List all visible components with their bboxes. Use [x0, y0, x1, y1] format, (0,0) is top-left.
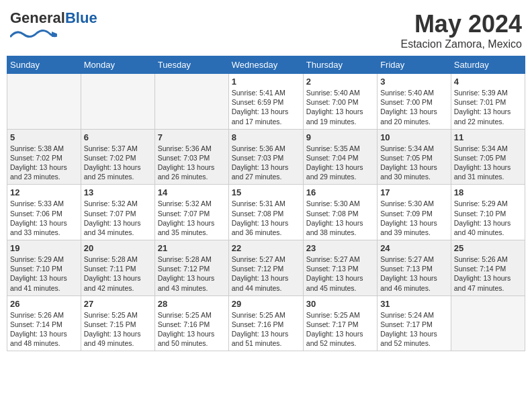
day-info: Sunrise: 5:28 AMSunset: 7:11 PMDaylight:… — [84, 255, 152, 293]
logo: GeneralBlue — [10, 10, 97, 40]
calendar-table: SundayMondayTuesdayWednesdayThursdayFrid… — [7, 56, 525, 351]
day-number: 4 — [454, 77, 522, 87]
day-number: 30 — [306, 299, 374, 309]
calendar-cell: 14Sunrise: 5:32 AMSunset: 7:07 PMDayligh… — [154, 185, 228, 240]
calendar-cell: 25Sunrise: 5:26 AMSunset: 7:14 PMDayligh… — [451, 240, 525, 296]
month-year: May 2024 — [400, 10, 522, 38]
day-info: Sunrise: 5:40 AMSunset: 7:00 PMDaylight:… — [306, 88, 374, 126]
day-number: 3 — [380, 77, 448, 87]
day-of-week-header: Friday — [378, 56, 451, 74]
day-info: Sunrise: 5:37 AMSunset: 7:02 PMDaylight:… — [84, 144, 152, 182]
day-info: Sunrise: 5:30 AMSunset: 7:08 PMDaylight:… — [306, 199, 374, 237]
day-info: Sunrise: 5:27 AMSunset: 7:12 PMDaylight:… — [232, 255, 300, 293]
day-info: Sunrise: 5:26 AMSunset: 7:14 PMDaylight:… — [454, 255, 522, 293]
day-of-week-header: Wednesday — [228, 56, 303, 74]
day-number: 13 — [84, 187, 152, 197]
day-number: 18 — [454, 187, 522, 197]
day-of-week-header: Monday — [81, 56, 154, 74]
day-info: Sunrise: 5:25 AMSunset: 7:16 PMDaylight:… — [158, 310, 226, 349]
calendar-cell: 5Sunrise: 5:38 AMSunset: 7:02 PMDaylight… — [7, 129, 81, 185]
logo-blue: Blue — [65, 9, 97, 26]
calendar-cell: 3Sunrise: 5:40 AMSunset: 7:00 PMDaylight… — [378, 74, 451, 130]
day-info: Sunrise: 5:36 AMSunset: 7:03 PMDaylight:… — [232, 144, 300, 182]
day-number: 20 — [84, 243, 152, 253]
day-info: Sunrise: 5:27 AMSunset: 7:13 PMDaylight:… — [380, 255, 448, 293]
day-number: 25 — [454, 243, 522, 253]
calendar-cell: 15Sunrise: 5:31 AMSunset: 7:08 PMDayligh… — [228, 185, 303, 240]
day-info: Sunrise: 5:32 AMSunset: 7:07 PMDaylight:… — [158, 199, 226, 237]
day-number: 31 — [380, 299, 448, 309]
day-info: Sunrise: 5:39 AMSunset: 7:01 PMDaylight:… — [454, 88, 522, 126]
location: Estacion Zamora, Mexico — [400, 38, 522, 50]
day-info: Sunrise: 5:29 AMSunset: 7:10 PMDaylight:… — [454, 199, 522, 237]
day-number: 12 — [10, 187, 78, 197]
day-number: 8 — [232, 132, 300, 142]
day-number: 15 — [232, 187, 300, 197]
week-row: 19Sunrise: 5:29 AMSunset: 7:10 PMDayligh… — [7, 240, 525, 296]
day-number: 5 — [10, 132, 78, 142]
week-row: 26Sunrise: 5:26 AMSunset: 7:14 PMDayligh… — [7, 295, 525, 351]
calendar-cell: 13Sunrise: 5:32 AMSunset: 7:07 PMDayligh… — [81, 185, 154, 240]
day-info: Sunrise: 5:25 AMSunset: 7:16 PMDaylight:… — [232, 310, 300, 349]
calendar-cell: 22Sunrise: 5:27 AMSunset: 7:12 PMDayligh… — [228, 240, 303, 296]
calendar-cell: 16Sunrise: 5:30 AMSunset: 7:08 PMDayligh… — [303, 185, 377, 240]
calendar-cell: 7Sunrise: 5:36 AMSunset: 7:03 PMDaylight… — [154, 129, 228, 185]
day-number: 26 — [10, 299, 78, 309]
title-block: May 2024 Estacion Zamora, Mexico — [400, 10, 522, 50]
day-of-week-header: Thursday — [303, 56, 377, 74]
day-number: 19 — [10, 243, 78, 253]
day-info: Sunrise: 5:31 AMSunset: 7:08 PMDaylight:… — [232, 199, 300, 237]
day-info: Sunrise: 5:25 AMSunset: 7:15 PMDaylight:… — [84, 310, 152, 349]
day-number: 21 — [158, 243, 226, 253]
day-info: Sunrise: 5:34 AMSunset: 7:05 PMDaylight:… — [380, 144, 448, 182]
calendar-cell: 17Sunrise: 5:30 AMSunset: 7:09 PMDayligh… — [378, 185, 451, 240]
calendar-cell: 4Sunrise: 5:39 AMSunset: 7:01 PMDaylight… — [451, 74, 525, 130]
day-number: 28 — [158, 299, 226, 309]
calendar-cell: 21Sunrise: 5:28 AMSunset: 7:12 PMDayligh… — [154, 240, 228, 296]
calendar-cell: 1Sunrise: 5:41 AMSunset: 6:59 PMDaylight… — [228, 74, 303, 130]
day-info: Sunrise: 5:30 AMSunset: 7:09 PMDaylight:… — [380, 199, 448, 237]
day-of-week-header: Saturday — [451, 56, 525, 74]
day-number: 29 — [232, 299, 300, 309]
logo-general: General — [10, 9, 65, 26]
calendar-cell: 10Sunrise: 5:34 AMSunset: 7:05 PMDayligh… — [378, 129, 451, 185]
day-number: 16 — [306, 187, 374, 197]
calendar-cell: 24Sunrise: 5:27 AMSunset: 7:13 PMDayligh… — [378, 240, 451, 296]
day-of-week-header: Sunday — [7, 56, 81, 74]
day-number: 17 — [380, 187, 448, 197]
day-of-week-header: Tuesday — [154, 56, 228, 74]
day-info: Sunrise: 5:35 AMSunset: 7:04 PMDaylight:… — [306, 144, 374, 182]
calendar-cell: 12Sunrise: 5:33 AMSunset: 7:06 PMDayligh… — [7, 185, 81, 240]
day-info: Sunrise: 5:32 AMSunset: 7:07 PMDaylight:… — [84, 199, 152, 237]
calendar-cell — [81, 74, 154, 130]
calendar-cell: 9Sunrise: 5:35 AMSunset: 7:04 PMDaylight… — [303, 129, 377, 185]
calendar-cell: 8Sunrise: 5:36 AMSunset: 7:03 PMDaylight… — [228, 129, 303, 185]
calendar-cell: 29Sunrise: 5:25 AMSunset: 7:16 PMDayligh… — [228, 295, 303, 351]
week-row: 1Sunrise: 5:41 AMSunset: 6:59 PMDaylight… — [7, 74, 525, 130]
day-number: 7 — [158, 132, 226, 142]
logo-icon — [10, 28, 57, 40]
day-number: 11 — [454, 132, 522, 142]
day-info: Sunrise: 5:38 AMSunset: 7:02 PMDaylight:… — [10, 144, 78, 182]
calendar-cell: 20Sunrise: 5:28 AMSunset: 7:11 PMDayligh… — [81, 240, 154, 296]
day-info: Sunrise: 5:25 AMSunset: 7:17 PMDaylight:… — [306, 310, 374, 349]
calendar-header-row: SundayMondayTuesdayWednesdayThursdayFrid… — [7, 56, 525, 74]
week-row: 5Sunrise: 5:38 AMSunset: 7:02 PMDaylight… — [7, 129, 525, 185]
day-info: Sunrise: 5:28 AMSunset: 7:12 PMDaylight:… — [158, 255, 226, 293]
day-info: Sunrise: 5:24 AMSunset: 7:17 PMDaylight:… — [380, 310, 448, 349]
calendar-cell: 23Sunrise: 5:27 AMSunset: 7:13 PMDayligh… — [303, 240, 377, 296]
calendar-cell: 6Sunrise: 5:37 AMSunset: 7:02 PMDaylight… — [81, 129, 154, 185]
day-info: Sunrise: 5:27 AMSunset: 7:13 PMDaylight:… — [306, 255, 374, 293]
calendar-cell: 26Sunrise: 5:26 AMSunset: 7:14 PMDayligh… — [7, 295, 81, 351]
calendar-cell — [451, 295, 525, 351]
day-info: Sunrise: 5:36 AMSunset: 7:03 PMDaylight:… — [158, 144, 226, 182]
day-number: 22 — [232, 243, 300, 253]
day-info: Sunrise: 5:26 AMSunset: 7:14 PMDaylight:… — [10, 310, 78, 349]
day-number: 27 — [84, 299, 152, 309]
day-number: 6 — [84, 132, 152, 142]
calendar-cell: 2Sunrise: 5:40 AMSunset: 7:00 PMDaylight… — [303, 74, 377, 130]
calendar-cell — [154, 74, 228, 130]
day-number: 23 — [306, 243, 374, 253]
day-info: Sunrise: 5:33 AMSunset: 7:06 PMDaylight:… — [10, 199, 78, 237]
day-number: 2 — [306, 77, 374, 87]
